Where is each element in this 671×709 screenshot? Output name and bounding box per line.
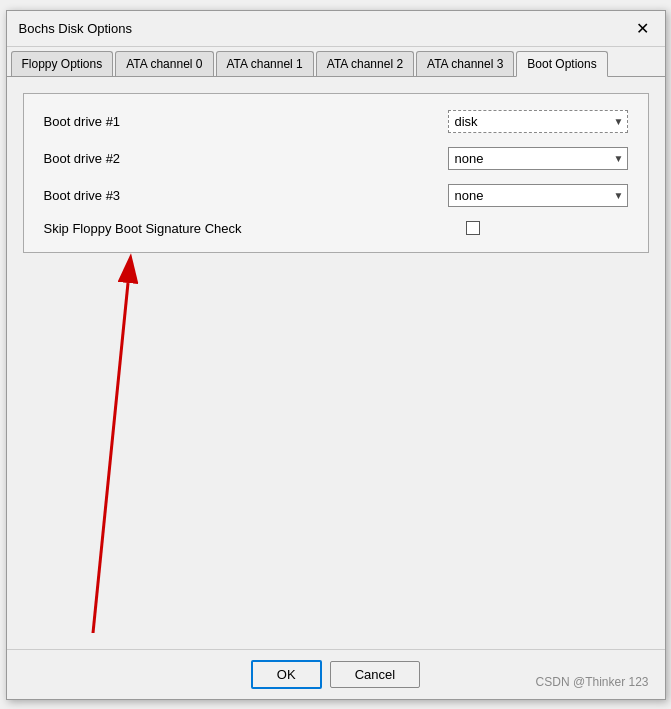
- main-window: Bochs Disk Options ✕ Floppy Options ATA …: [6, 10, 666, 700]
- tab-boot-options[interactable]: Boot Options: [516, 51, 607, 77]
- boot-drive-1-row: Boot drive #1 disk cdrom floppy none ▼: [44, 110, 628, 133]
- skip-floppy-checkbox[interactable]: [466, 221, 480, 235]
- boot-options-panel: Boot drive #1 disk cdrom floppy none ▼: [23, 93, 649, 253]
- close-button[interactable]: ✕: [633, 18, 653, 38]
- boot-drive-1-label: Boot drive #1: [44, 114, 121, 129]
- skip-floppy-label: Skip Floppy Boot Signature Check: [44, 221, 242, 236]
- boot-drive-1-select-wrapper: disk cdrom floppy none ▼: [448, 110, 628, 133]
- window-title: Bochs Disk Options: [19, 21, 132, 36]
- tab-ata-channel-3[interactable]: ATA channel 3: [416, 51, 514, 76]
- boot-drive-2-select[interactable]: none disk cdrom floppy: [448, 147, 628, 170]
- bottom-bar: OK Cancel CSDN @Thinker 123: [7, 649, 665, 699]
- annotation-arrow: [23, 253, 649, 633]
- boot-drive-3-select-wrapper: none disk cdrom floppy ▼: [448, 184, 628, 207]
- boot-drive-3-label: Boot drive #3: [44, 188, 121, 203]
- tab-floppy-options[interactable]: Floppy Options: [11, 51, 114, 76]
- boot-drive-1-select[interactable]: disk cdrom floppy none: [448, 110, 628, 133]
- content-area: Boot drive #1 disk cdrom floppy none ▼: [7, 77, 665, 649]
- watermark-text: CSDN @Thinker 123: [536, 675, 649, 699]
- svg-line-1: [83, 283, 128, 633]
- tab-ata-channel-0[interactable]: ATA channel 0: [115, 51, 213, 76]
- cancel-button[interactable]: Cancel: [330, 661, 420, 688]
- boot-drive-2-label: Boot drive #2: [44, 151, 121, 166]
- boot-drive-3-select[interactable]: none disk cdrom floppy: [448, 184, 628, 207]
- boot-drive-3-row: Boot drive #3 none disk cdrom floppy ▼: [44, 184, 628, 207]
- boot-drive-2-control: none disk cdrom floppy ▼: [448, 147, 628, 170]
- tab-bar: Floppy Options ATA channel 0 ATA channel…: [7, 47, 665, 77]
- boot-drive-2-row: Boot drive #2 none disk cdrom floppy ▼: [44, 147, 628, 170]
- boot-drive-1-control: disk cdrom floppy none ▼: [448, 110, 628, 133]
- boot-drive-2-select-wrapper: none disk cdrom floppy ▼: [448, 147, 628, 170]
- ok-button[interactable]: OK: [251, 660, 322, 689]
- boot-drive-3-control: none disk cdrom floppy ▼: [448, 184, 628, 207]
- title-bar: Bochs Disk Options ✕: [7, 11, 665, 47]
- tab-ata-channel-1[interactable]: ATA channel 1: [216, 51, 314, 76]
- skip-floppy-row: Skip Floppy Boot Signature Check: [44, 221, 628, 236]
- annotation-area: [23, 253, 649, 633]
- skip-floppy-control: [466, 221, 480, 235]
- tab-ata-channel-2[interactable]: ATA channel 2: [316, 51, 414, 76]
